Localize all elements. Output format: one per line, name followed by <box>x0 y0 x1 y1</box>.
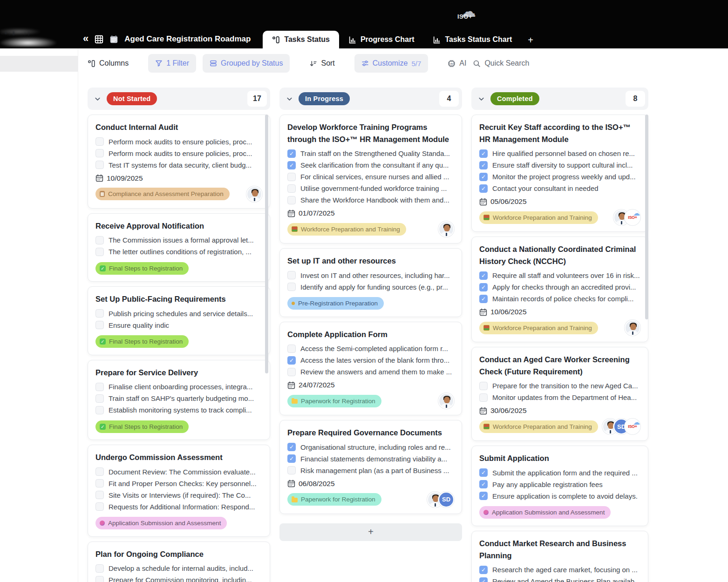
task-card[interactable]: Develop Workforce Training Programs thro… <box>279 115 462 244</box>
subtask-text: Research the aged care market, focusing … <box>492 566 638 574</box>
checkbox-unchecked[interactable] <box>95 576 104 582</box>
column-scrollbar-thumb[interactable] <box>645 115 648 319</box>
checkbox-checked[interactable]: ✓ <box>479 271 488 280</box>
task-card[interactable]: Conduct Internal AuditPerform mock audit… <box>88 115 270 209</box>
subtask-text: Document Review: The Commission evaluate… <box>109 468 256 476</box>
checkbox-unchecked[interactable] <box>95 321 104 329</box>
checkbox-unchecked[interactable] <box>95 564 104 573</box>
checkbox-checked[interactable]: ✓ <box>479 566 488 574</box>
checkbox-unchecked[interactable] <box>95 248 104 256</box>
checkbox-checked[interactable]: ✓ <box>287 454 296 463</box>
subtask-row: Document Review: The Commission evaluate… <box>95 466 262 478</box>
checkbox-unchecked[interactable] <box>95 383 104 391</box>
task-card[interactable]: Prepare for Service DeliveryFinalise cli… <box>88 360 270 440</box>
tab-tasks-status-chart[interactable]: Tasks Status Chart <box>423 31 521 48</box>
checkbox-unchecked[interactable] <box>479 382 488 390</box>
tab-progress-chart[interactable]: Progress Chart <box>339 31 424 48</box>
task-card[interactable]: Plan for Ongoing ComplianceDevelop a sch… <box>88 541 270 582</box>
subtask-text: Prepare for the transition to the new Ag… <box>492 382 638 390</box>
add-view-button[interactable]: + <box>521 35 540 48</box>
group-by-button[interactable]: Grouped by Status <box>203 54 290 73</box>
checkbox-unchecked[interactable] <box>479 393 488 402</box>
subtask-row: Utilise government-funded workforce trai… <box>287 183 454 194</box>
assignee-avatars <box>246 186 262 202</box>
checkbox-unchecked[interactable] <box>287 368 296 376</box>
filter-button[interactable]: 1 Filter <box>148 54 196 73</box>
checkbox-unchecked[interactable] <box>95 236 104 244</box>
checkbox-checked[interactable]: ✓ <box>479 577 488 582</box>
checkbox-checked[interactable]: ✓ <box>287 443 296 451</box>
task-card[interactable]: Conduct a Nationally Coordinated Crimina… <box>471 237 648 342</box>
checkbox-checked[interactable]: ✓ <box>479 184 488 193</box>
task-card[interactable]: Undergo Commission AssessmentDocument Re… <box>88 445 270 537</box>
task-card[interactable]: Set Up Public-Facing RequirementsPublish… <box>88 286 270 355</box>
task-card[interactable]: Receive Approval NotificationThe Commiss… <box>88 213 270 282</box>
due-date-text: 24/07/2025 <box>299 381 335 389</box>
add-card-button[interactable]: + <box>279 523 462 541</box>
checkbox-unchecked[interactable] <box>287 196 296 204</box>
checkbox-checked[interactable]: ✓ <box>479 295 488 303</box>
category-tag-label: Application Submission and Assessment <box>492 509 605 516</box>
checkbox-checked[interactable]: ✓ <box>287 356 296 365</box>
task-title: Prepare Required Governance Documents <box>287 427 454 439</box>
chevron-down-icon[interactable] <box>286 95 293 102</box>
sort-button[interactable]: Sort <box>309 59 334 68</box>
subtask-row: The letter outlines conditions of regist… <box>95 246 262 257</box>
checkbox-checked[interactable]: ✓ <box>479 492 488 500</box>
card-footer: Paperwork for Registration <box>287 393 454 409</box>
task-card[interactable]: Conduct an Aged Care Worker Screening Ch… <box>471 347 648 441</box>
board-column-not-started: Not Started17Conduct Internal AuditPerfo… <box>88 88 270 582</box>
table-grid-icon[interactable] <box>95 35 103 44</box>
checkbox-checked[interactable]: ✓ <box>287 149 296 158</box>
checkbox-checked[interactable]: ✓ <box>479 283 488 291</box>
category-tag-label: Final Steps to Registration <box>109 338 183 345</box>
checkbox-checked[interactable]: ✓ <box>287 161 296 169</box>
checkbox-checked[interactable]: ✓ <box>479 480 488 488</box>
task-card[interactable]: Complete Application FormAccess the Semi… <box>279 322 462 416</box>
checkbox-checked[interactable]: ✓ <box>479 173 488 181</box>
task-card[interactable]: Recruit Key Staff according to the ISO+™… <box>471 115 648 232</box>
checkbox-checked[interactable]: ✓ <box>479 161 488 169</box>
subtask-text: Establish monitoring systems to track co… <box>109 406 252 414</box>
checkbox-unchecked[interactable] <box>95 491 104 499</box>
checkbox-unchecked[interactable] <box>287 345 296 353</box>
calendar-icon <box>479 308 487 316</box>
subtask-text: Site Visits or Interviews (if required):… <box>109 491 251 499</box>
subtask-row: ✓Seek clarification from the consultant … <box>287 159 454 171</box>
column-scrollbar-thumb[interactable] <box>265 115 268 373</box>
checkbox-unchecked[interactable] <box>287 173 296 181</box>
avatar-tie <box>435 503 436 508</box>
checkbox-unchecked[interactable] <box>95 149 104 157</box>
checkbox-unchecked[interactable] <box>95 394 104 403</box>
task-card[interactable]: Set up IT and other resourcesInvest on I… <box>279 248 462 317</box>
ai-button[interactable]: AI AI <box>448 59 466 68</box>
chevron-down-icon[interactable] <box>94 95 101 102</box>
checkbox-unchecked[interactable] <box>287 466 296 474</box>
columns-button[interactable]: Columns <box>88 59 129 68</box>
checkbox-unchecked[interactable] <box>95 406 104 414</box>
checkbox-checked[interactable]: ✓ <box>479 149 488 158</box>
quick-search-button[interactable]: Quick Search <box>473 59 529 68</box>
customize-count: 5/7 <box>411 60 421 68</box>
collapse-sidebar-icon[interactable]: « <box>83 34 88 45</box>
customize-button[interactable]: Customize 5/7 <box>354 54 428 73</box>
category-tag-label: Application Submission and Assessment <box>108 520 221 527</box>
checkbox-unchecked[interactable] <box>95 467 104 476</box>
due-date-text: 30/06/2025 <box>490 406 527 415</box>
checkbox-checked[interactable]: ✓ <box>479 468 488 477</box>
training-board-icon <box>483 325 490 331</box>
task-card[interactable]: Conduct Market Research and Business Pla… <box>471 531 648 582</box>
tab-tasks-status[interactable]: Tasks Status <box>263 31 339 48</box>
chevron-down-icon[interactable] <box>478 95 485 102</box>
task-card[interactable]: Submit Application✓Submit the applicatio… <box>471 446 648 526</box>
task-card[interactable]: Prepare Required Governance Documents✓Or… <box>279 420 462 514</box>
checkbox-unchecked[interactable] <box>287 283 296 291</box>
checkbox-unchecked[interactable] <box>287 184 296 193</box>
checkbox-unchecked[interactable] <box>95 161 104 169</box>
checkbox-unchecked[interactable] <box>95 479 104 487</box>
checkbox-unchecked[interactable] <box>95 502 104 511</box>
checkbox-unchecked[interactable] <box>95 309 104 318</box>
checkbox-unchecked[interactable] <box>95 137 104 146</box>
checkbox-unchecked[interactable] <box>287 271 296 279</box>
avatar-face <box>252 190 258 196</box>
